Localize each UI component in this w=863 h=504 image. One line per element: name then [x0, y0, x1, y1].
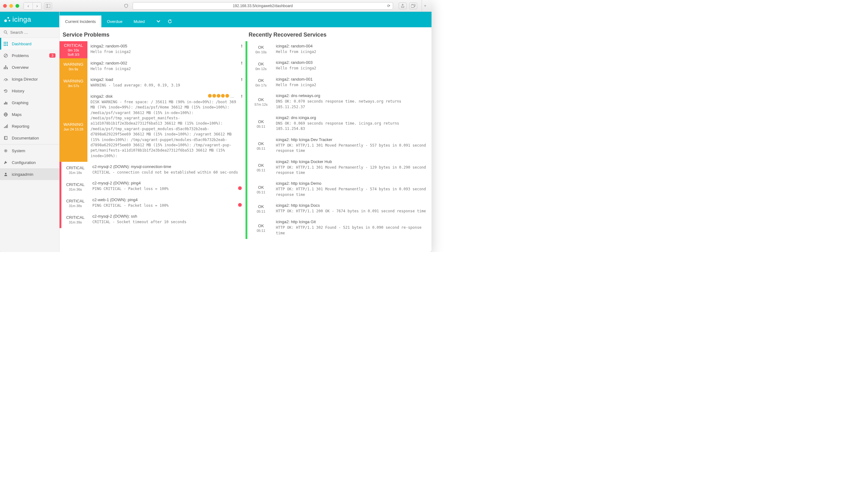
browser-url-bar[interactable]: 192.168.33.5/icingaweb2/dashboard ⟳ [133, 2, 393, 10]
status-state: OK [258, 163, 264, 168]
service-output: HTTP OK: HTTP/1.1 301 Moved Permanently … [276, 143, 428, 154]
row-body: icinga2: random-004Hello from icinga2 [275, 41, 432, 58]
row-body: c2-web-1 (DOWN): ping4PING CRITICAL - Pa… [89, 195, 246, 211]
recovered-service-row[interactable]: OK05:11icinga2: http Icinga Dev TrackerH… [246, 135, 432, 157]
sidebar-item-documentation[interactable]: Documentation [0, 132, 59, 144]
svg-rect-12 [4, 45, 5, 46]
sidebar-item-system[interactable]: System [0, 145, 59, 156]
shield-icon[interactable] [122, 2, 130, 9]
status-box: OK05:11 [247, 217, 275, 239]
recovered-service-row[interactable]: OK0m 17sicinga2: random-001Hello from ic… [246, 74, 432, 91]
recovered-service-row[interactable]: OK0m 12sicinga2: random-003Hello from ic… [246, 58, 432, 74]
recovered-services-column: Recently Recovered Services OK0m 10sicin… [246, 27, 432, 252]
perf-dot-icon [221, 94, 225, 98]
sidebar-item-label: Documentation [12, 136, 39, 140]
search-box[interactable] [0, 27, 59, 38]
recovered-services-list: OK0m 10sicinga2: random-004Hello from ic… [246, 41, 432, 239]
service-output: HTTP OK: HTTP/1.1 301 Moved Permanently … [276, 165, 428, 176]
service-problems-title: Service Problems [60, 27, 246, 41]
sidebar-item-icinga-director[interactable]: Icinga Director [0, 73, 59, 85]
recovered-service-row[interactable]: OK05:11icinga2: http Icinga Docker HubHT… [246, 157, 432, 179]
status-time: 05:11 [257, 125, 265, 128]
status-box: WARNING3m 57s [60, 75, 87, 91]
service-problem-row[interactable]: WARNINGJun 24 15:28!…icinga2: diskDISK W… [60, 91, 246, 162]
browser-titlebar: ‹ › 192.168.33.5/icingaweb2/dashboard ⟳ … [0, 0, 432, 12]
window-maximize-icon[interactable] [15, 4, 19, 8]
ellipsis-icon: … [230, 94, 234, 99]
status-state: OK [258, 45, 264, 50]
service-problem-row[interactable]: WARNING0m 9s!icinga2: random-002Hello fr… [60, 58, 246, 75]
browser-back-button[interactable]: ‹ [24, 2, 33, 9]
logo-text: icinga [12, 15, 31, 24]
chevron-down-icon[interactable] [157, 20, 160, 23]
service-problem-row[interactable]: CRITICAL0m 10sSoft 3/3!icinga2: random-0… [60, 41, 246, 58]
service-problem-row[interactable]: CRITICAL31m 39sc2-mysql-2 (DOWN): sshCRI… [60, 211, 246, 228]
sitemap-icon [4, 65, 9, 70]
row-body: !…icinga2: diskDISK WARNING - free space… [87, 91, 246, 162]
share-icon[interactable] [399, 2, 407, 9]
logo[interactable]: icinga [4, 15, 31, 24]
tab-muted[interactable]: Muted [128, 15, 150, 27]
service-title: c2-mysql-2 (DOWN): mysql-connection-time [92, 164, 242, 169]
recovered-service-row[interactable]: OK05:11icinga2: dns icinga.orgDNS OK: 0.… [246, 113, 432, 135]
service-output: HTTP OK: HTTP/1.1 301 Moved Permanently … [276, 187, 428, 198]
recovered-service-row[interactable]: OK05:11icinga2: http Icinga DocsHTTP OK:… [246, 201, 432, 217]
window-minimize-icon[interactable] [9, 4, 13, 8]
status-time: 05:11 [257, 229, 265, 232]
window-close-icon[interactable] [3, 4, 7, 8]
grid-icon [4, 42, 9, 46]
status-box: CRITICAL31m 36s [61, 178, 89, 195]
sidebar-item-configuration[interactable]: Configuration [0, 156, 59, 168]
sidebar-item-dashboard[interactable]: Dashboard [0, 38, 59, 50]
tab-overdue[interactable]: Overdue [101, 15, 128, 27]
sidebar-item-problems[interactable]: Problems3 [0, 50, 59, 61]
sidebar-item-icingaadmin[interactable]: icingaadmin [0, 168, 59, 180]
browser-url-text: 192.168.33.5/icingaweb2/dashboard [233, 4, 293, 8]
sidebar-item-maps[interactable]: Maps [0, 109, 59, 120]
svg-rect-14 [7, 45, 8, 46]
svg-rect-29 [4, 127, 5, 128]
svg-line-22 [6, 79, 7, 80]
new-tab-button[interactable]: + [422, 0, 428, 12]
service-problem-row[interactable]: CRITICAL31m 36sc2-mysql-2 (DOWN): ping4P… [60, 178, 246, 195]
sidebar-toggle-icon[interactable] [44, 2, 52, 9]
service-problem-row[interactable]: WARNING3m 57s!icinga2: loadWARNING - loa… [60, 75, 246, 91]
status-time: 05:11 [257, 168, 265, 172]
status-state: OK [258, 119, 264, 124]
sidebar-item-graphing[interactable]: Graphing [0, 97, 59, 109]
status-state: OK [258, 78, 264, 83]
sidebar: icinga DashboardProblems3OverviewIcinga … [0, 12, 60, 252]
service-title: icinga2: http Icinga Dev Tracker [276, 137, 428, 142]
ban-icon [4, 54, 9, 58]
svg-rect-3 [411, 5, 414, 8]
service-problem-row[interactable]: CRITICAL31m 38sc2-web-1 (DOWN): ping4PIN… [60, 195, 246, 211]
service-title: c2-web-1 (DOWN): ping4 [92, 198, 242, 202]
sidebar-item-overview[interactable]: Overview [0, 61, 59, 73]
recovered-service-row[interactable]: OK05:11icinga2: http Icinga DemoHTTP OK:… [246, 178, 432, 201]
browser-forward-button[interactable]: › [33, 2, 41, 9]
svg-rect-13 [5, 45, 6, 46]
svg-line-5 [6, 33, 8, 34]
row-body: icinga2: http Icinga DemoHTTP OK: HTTP/1… [275, 178, 432, 201]
status-time: 0m 10s [255, 50, 266, 54]
sidebar-item-history[interactable]: History [0, 85, 59, 97]
recovered-service-row[interactable]: OK05:11icinga2: http Icinga GitHTTP OK: … [246, 217, 432, 239]
status-box: CRITICAL31m 18s [61, 162, 89, 178]
service-problem-row[interactable]: CRITICAL31m 18sc2-mysql-2 (DOWN): mysql-… [60, 162, 246, 178]
row-body: c2-mysql-2 (DOWN): sshCRITICAL - Socket … [89, 211, 246, 228]
sidebar-item-label: Maps [12, 112, 22, 117]
recovered-service-row[interactable]: OK0m 10sicinga2: random-004Hello from ic… [246, 41, 432, 58]
status-time: 0m 10s [68, 48, 79, 52]
refresh-icon[interactable] [168, 19, 172, 24]
search-input[interactable] [10, 30, 62, 35]
status-box: OK05:11 [247, 178, 275, 201]
row-body: icinga2: http Icinga Docker HubHTTP OK: … [275, 157, 432, 179]
reload-icon[interactable]: ⟳ [387, 4, 390, 8]
svg-point-4 [4, 31, 7, 33]
sidebar-item-label: Dashboard [12, 41, 32, 46]
sidebar-item-reporting[interactable]: Reporting [0, 120, 59, 132]
tabs-icon[interactable] [409, 2, 417, 9]
recovered-service-row[interactable]: OK57m 12sicinga2: dns netways.orgDNS OK:… [246, 91, 432, 113]
tab-current-incidents[interactable]: Current Incidents [60, 15, 101, 27]
row-body: icinga2: dns netways.orgDNS OK: 0.070 se… [275, 91, 432, 113]
